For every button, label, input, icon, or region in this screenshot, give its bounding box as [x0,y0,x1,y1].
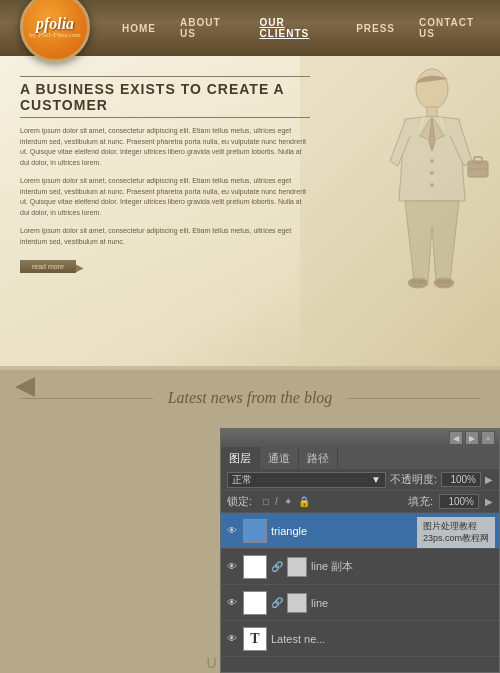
lock-label: 锁定: [227,494,257,509]
svg-point-10 [431,172,434,175]
ps-titlebar: ◀ ▶ × [221,429,499,447]
main-headline: A BUSINESS EXISTS TO CREATE A CUSTOMER [20,76,310,118]
chain-icon: 🔗 [271,561,283,572]
layer-line-copy[interactable]: 👁 🔗 line 副本 图片处理教程 23ps.com教程网 [221,549,499,585]
blend-opacity-row: 正常 ▼ 不透明度: 100% ▶ [221,469,499,491]
eye-icon-triangle[interactable]: 👁 [225,524,239,538]
layer-thumb-triangle [243,519,267,543]
ps-layers: 👁 triangle 👁 🔗 line 副本 图片处理教程 23ps.com教程… [221,513,499,657]
eye-icon-line-copy[interactable]: 👁 [225,560,239,574]
ps-expand-btn[interactable]: ▶ [465,431,479,445]
news-section: Latest news from the blog [0,370,500,425]
layer-text[interactable]: 👁 T Latest ne... [221,621,499,657]
triangle-arrow [15,377,35,397]
eye-icon-line[interactable]: 👁 [225,596,239,610]
fill-arrow[interactable]: ▶ [485,496,493,507]
layer-mask-line [287,593,307,613]
body-text-2: Lorem ipsum dolor sit amet, consectetur … [20,176,310,218]
news-title: Latest news from the blog [153,389,348,407]
content-area: A BUSINESS EXISTS TO CREATE A CUSTOMER L… [0,56,500,366]
svg-point-11 [431,184,434,187]
opacity-label: 不透明度: [390,472,437,487]
fill-label: 填充: [408,494,433,509]
body-text-1: Lorem ipsum dolor sit amet, consectetur … [20,126,310,168]
fill-value[interactable]: 100% [439,494,479,509]
body-text-3: Lorem ipsum dolor sit amet, consectetur … [20,226,310,247]
businessman-illustration [360,61,490,351]
lock-fill-row: 锁定: □ / ✦ 🔒 填充: 100% ▶ [221,491,499,513]
lock-move-icon[interactable]: ✦ [284,496,292,507]
blend-mode-dropdown[interactable]: 正常 ▼ [227,472,386,488]
lock-brush-icon[interactable]: / [275,496,278,507]
ps-tabs: 图层 通道 路径 [221,447,499,469]
nav-ribbon: pfolia by PSD-Files.com HOME ABOUT US OU… [0,0,500,56]
ps-tooltip: 图片处理教程 23ps.com教程网 [417,517,495,548]
svg-point-0 [416,69,448,109]
nav-press[interactable]: PRESS [344,23,407,34]
tab-layers[interactable]: 图层 [221,447,260,469]
tab-channels[interactable]: 通道 [260,447,299,469]
layer-thumb-line [243,591,267,615]
logo-sub: by PSD-Files.com [29,31,80,39]
nav-clients[interactable]: OUR CLIENTS [248,17,345,39]
svg-rect-6 [410,279,426,285]
tab-paths[interactable]: 路径 [299,447,338,469]
layer-thumb-text: T [243,627,267,651]
svg-rect-8 [436,279,452,285]
layer-line[interactable]: 👁 🔗 line [221,585,499,621]
nav-about[interactable]: ABOUT US [168,17,248,39]
opacity-arrow[interactable]: ▶ [485,474,493,485]
logo[interactable]: pfolia by PSD-Files.com [20,0,90,62]
layer-name-line-copy: line 副本 [311,559,495,574]
lock-square-icon[interactable]: □ [263,496,269,507]
ps-close-btn[interactable]: × [481,431,495,445]
svg-point-9 [431,160,434,163]
nav-items: HOME ABOUT US OUR CLIENTS PRESS CONTACT … [110,0,500,56]
layer-name-text: Latest ne... [271,633,495,645]
opacity-value[interactable]: 100% [441,472,481,487]
website-mockup: pfolia by PSD-Files.com HOME ABOUT US OU… [0,0,500,370]
layer-thumb-line-copy [243,555,267,579]
read-more-button[interactable]: read more [20,260,76,273]
lock-all-icon[interactable]: 🔒 [298,496,310,507]
lower-area: ◀ ▶ × 图层 通道 路径 正常 ▼ 不透明度: 100% ▶ 锁定: □ /… [0,425,500,673]
ps-collapse-btn[interactable]: ◀ [449,431,463,445]
eye-icon-text[interactable]: 👁 [225,632,239,646]
chain-icon-2: 🔗 [271,597,283,608]
photoshop-panel: ◀ ▶ × 图层 通道 路径 正常 ▼ 不透明度: 100% ▶ 锁定: □ /… [220,428,500,673]
text-content: A BUSINESS EXISTS TO CREATE A CUSTOMER L… [20,76,310,273]
layer-name-line: line [311,597,495,609]
nav-home[interactable]: HOME [110,23,168,34]
layer-mask-line-copy [287,557,307,577]
nav-contact[interactable]: CONTACT US [407,17,500,39]
